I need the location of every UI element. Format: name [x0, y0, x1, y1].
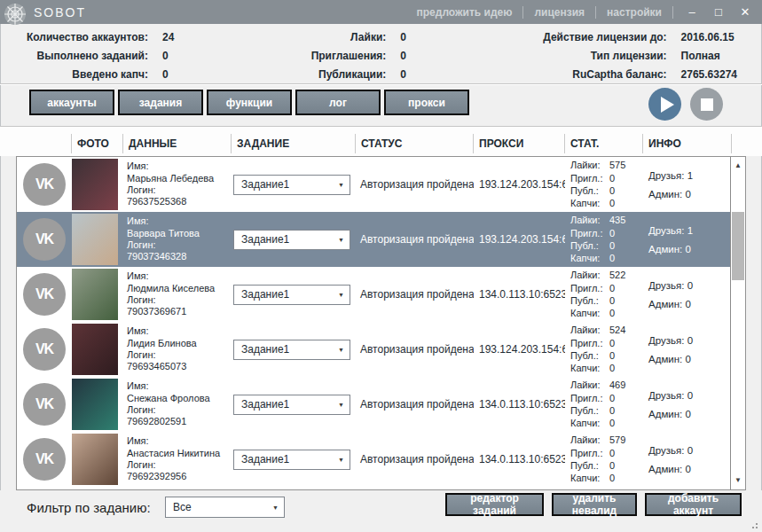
stat-value: 0: [400, 68, 406, 81]
task-editor-button[interactable]: редактор заданий: [445, 493, 544, 516]
likes-value: 435: [609, 214, 643, 226]
footer-buttons: редактор заданий удалить невалид добавит…: [445, 493, 742, 516]
admin-label: Админ:: [648, 354, 682, 364]
stop-button[interactable]: [690, 88, 723, 121]
invites-value: 0: [609, 227, 643, 239]
captcha-label: Капчи:: [570, 252, 604, 264]
col-header-proxy: ПРОКСИ: [473, 134, 564, 153]
account-row[interactable]: VK Имя: Анастасия Никитина Логин: 796923…: [17, 432, 730, 487]
admin-value: 0: [685, 354, 690, 364]
task-dropdown[interactable]: Задание1 ▼: [233, 175, 350, 195]
invites-value: 0: [609, 337, 643, 349]
col-header-status: СТАТУС: [355, 134, 473, 153]
stats-panel: Количество аккаунтов: 24 Выполнено задан…: [0, 24, 762, 82]
nav-buttons: аккаунты задания функции лог прокси: [29, 90, 469, 115]
profile-photo: [72, 434, 118, 485]
account-stats: Лайки: 522 Пригл.: 0 Публ.: 0 Капчи: 0: [565, 269, 643, 319]
account-proxy: 193.124.203.154:65: [474, 178, 565, 191]
pubs-label: Публ.:: [570, 239, 604, 252]
account-row[interactable]: VK Имя: Варвара Титова Логин: 7903734632…: [17, 212, 730, 267]
resize-grip[interactable]: [749, 520, 758, 528]
stat-label: Лайки:: [311, 31, 387, 43]
admin-label: Админ:: [648, 409, 682, 419]
pubs-value: 0: [609, 349, 643, 362]
account-status: Авторизация пройдена.: [356, 453, 474, 466]
admin-value: 0: [685, 244, 690, 254]
menu-suggest-idea[interactable]: предложить идею: [417, 6, 513, 19]
scroll-down-icon[interactable]: ▼: [731, 473, 745, 488]
name-label: Имя:: [127, 270, 232, 282]
account-proxy: 193.124.203.154:65: [474, 233, 565, 246]
pubs-value: 0: [609, 459, 643, 472]
task-dropdown-value: Задание1: [241, 343, 289, 356]
scrollbar-thumb[interactable]: [732, 212, 744, 280]
likes-label: Лайки:: [570, 159, 604, 171]
pubs-label: Публ.:: [570, 459, 604, 472]
name-label: Имя:: [127, 380, 232, 392]
vk-cell: VK: [17, 438, 72, 481]
titlebar-menu: предложить идею лицензия настройки – □ ✕: [417, 5, 753, 19]
task-cell: Задание1 ▼: [232, 450, 356, 470]
titlebar: SOBOT предложить идею лицензия настройки…: [0, 0, 762, 24]
admin-label: Админ:: [648, 464, 682, 474]
name-label: Имя:: [127, 435, 232, 447]
admin-value: 0: [685, 299, 690, 309]
stat-value: 0: [400, 50, 406, 62]
friends-value: 0: [687, 445, 693, 456]
captcha-label: Капчи:: [570, 472, 604, 484]
nav-proxy-button[interactable]: прокси: [384, 90, 469, 115]
account-login: 79037369671: [127, 306, 232, 317]
filter-dropdown[interactable]: Все ▼: [165, 497, 285, 518]
task-dropdown[interactable]: Задание1 ▼: [233, 230, 350, 250]
nav-tasks-button[interactable]: задания: [118, 90, 203, 115]
nav-log-button[interactable]: лог: [295, 90, 381, 115]
account-row[interactable]: VK Имя: Лидия Блинова Логин: 79693465073…: [17, 322, 730, 377]
nav-functions-button[interactable]: функции: [207, 90, 292, 115]
friends-label: Друзья:: [648, 170, 685, 181]
nav-accounts-button[interactable]: аккаунты: [29, 90, 114, 115]
account-proxy: 134.0.113.10:65233: [474, 288, 565, 301]
delete-invalid-button[interactable]: удалить невалид: [552, 493, 637, 516]
stat-label: Выполнено заданий:: [27, 50, 148, 62]
account-status: Авторизация пройдена.: [356, 398, 474, 411]
admin-line: Админ: 0: [648, 464, 730, 474]
task-cell: Задание1 ▼: [232, 340, 356, 360]
maximize-button[interactable]: □: [711, 5, 727, 19]
accounts-list: VK Имя: Марьяна Лебедева Логин: 79637525…: [16, 156, 746, 490]
vk-logo-icon: VK: [23, 328, 66, 371]
minimize-button[interactable]: –: [684, 5, 700, 19]
task-dropdown-value: Задание1: [241, 453, 289, 466]
task-dropdown[interactable]: Задание1 ▼: [233, 450, 350, 470]
account-row[interactable]: VK Имя: Снежана Фролова Логин: 796928025…: [17, 377, 730, 432]
task-dropdown-value: Задание1: [241, 178, 289, 191]
invites-value: 0: [609, 392, 643, 404]
scroll-up-icon[interactable]: ▲: [731, 159, 745, 173]
login-label: Логин:: [127, 349, 232, 361]
run-controls: [648, 88, 723, 121]
task-dropdown[interactable]: Задание1 ▼: [233, 340, 350, 360]
account-row[interactable]: VK Имя: Людмила Киселева Логин: 79037369…: [17, 267, 730, 322]
friends-value: 1: [687, 170, 693, 181]
stat-value: 0: [162, 68, 174, 81]
vk-cell: VK: [17, 383, 72, 426]
vertical-scrollbar[interactable]: ▲ ▼: [730, 157, 745, 489]
admin-line: Админ: 0: [648, 354, 730, 364]
account-status: Авторизация пройдена.: [356, 343, 474, 356]
account-status: Авторизация пройдена.: [356, 178, 474, 191]
close-button[interactable]: ✕: [737, 5, 753, 19]
account-login: 79692802591: [127, 416, 232, 427]
menu-settings[interactable]: настройки: [607, 6, 662, 19]
chevron-down-icon: ▼: [338, 347, 344, 353]
add-account-button[interactable]: добавить аккаунт: [645, 493, 742, 516]
friends-value: 1: [687, 225, 693, 236]
captcha-value: 0: [609, 472, 643, 484]
task-dropdown[interactable]: Задание1 ▼: [233, 285, 350, 305]
likes-value: 522: [609, 269, 643, 281]
play-button[interactable]: [648, 88, 681, 121]
admin-value: 0: [685, 189, 690, 200]
col-header-data: ДАННЫЕ: [122, 134, 231, 153]
admin-label: Админ:: [648, 189, 682, 200]
menu-license[interactable]: лицензия: [534, 6, 585, 19]
account-row[interactable]: VK Имя: Марьяна Лебедева Логин: 79637525…: [17, 157, 730, 212]
task-dropdown[interactable]: Задание1 ▼: [233, 395, 350, 415]
